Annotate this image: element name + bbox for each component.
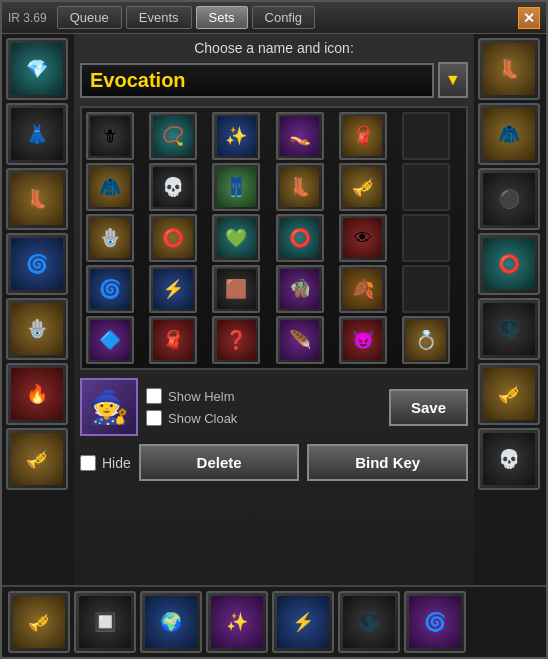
grid-icon-23[interactable]	[402, 265, 450, 313]
left-icon-4-inner: 🪬	[11, 303, 63, 355]
grid-icon-6[interactable]: 🧥	[86, 163, 134, 211]
grid-icon-3-inner: 👡	[280, 116, 320, 156]
grid-icon-13-inner: ⭕	[153, 218, 193, 258]
grid-icon-27-inner: 🪶	[280, 320, 320, 360]
bottom-icon-0-inner: 🎺	[13, 596, 65, 648]
grid-icon-14-inner: 💚	[217, 218, 257, 258]
grid-icon-19[interactable]: ⚡	[149, 265, 197, 313]
left-icon-4[interactable]: 🪬	[6, 298, 68, 360]
grid-icon-8[interactable]: 👖	[212, 163, 260, 211]
bottom-icon-5[interactable]: 🌑	[338, 591, 400, 653]
left-icon-2[interactable]: 👢	[6, 168, 68, 230]
grid-icon-18-inner: 🌀	[90, 269, 130, 309]
dropdown-button[interactable]: ▼	[438, 62, 468, 98]
grid-icon-5[interactable]	[402, 112, 450, 160]
grid-icon-3[interactable]: 👡	[276, 112, 324, 160]
tab-queue[interactable]: Queue	[57, 6, 122, 29]
show-cloak-checkbox[interactable]	[146, 410, 162, 426]
show-cloak-row[interactable]: Show Cloak	[146, 410, 237, 426]
right-icon-4-inner: 🌑	[483, 303, 535, 355]
right-icon-2-inner: ⚫	[483, 173, 535, 225]
close-button[interactable]: ✕	[518, 7, 540, 29]
grid-icon-0[interactable]: 🗡	[86, 112, 134, 160]
grid-icon-21[interactable]: 🧌	[276, 265, 324, 313]
grid-icon-4[interactable]: 🧣	[339, 112, 387, 160]
delete-button[interactable]: Delete	[139, 444, 300, 481]
tab-config[interactable]: Config	[252, 6, 316, 29]
selected-icon[interactable]: 🧙	[80, 378, 138, 436]
grid-icon-10[interactable]: 🎺	[339, 163, 387, 211]
right-icon-0-inner: 👢	[483, 43, 535, 95]
grid-icon-25[interactable]: 🧣	[149, 316, 197, 364]
grid-icon-22[interactable]: 🍂	[339, 265, 387, 313]
grid-icon-17[interactable]	[402, 214, 450, 262]
grid-icon-2-inner: ✨	[217, 116, 257, 156]
grid-icon-7[interactable]: 💀	[149, 163, 197, 211]
tab-sets[interactable]: Sets	[196, 6, 248, 29]
grid-icon-20[interactable]: 🟫	[212, 265, 260, 313]
left-side-col: 💎 👗 👢 🌀 🪬 🔥 🎺	[2, 34, 74, 585]
left-icon-2-inner: 👢	[11, 173, 63, 225]
left-icon-1[interactable]: 👗	[6, 103, 68, 165]
grid-icon-18[interactable]: 🌀	[86, 265, 134, 313]
grid-icon-1[interactable]: 📿	[149, 112, 197, 160]
main-window: IR 3.69 Queue Events Sets Config ✕ 💎 👗 👢…	[0, 0, 548, 659]
grid-icon-1-inner: 📿	[153, 116, 193, 156]
right-icon-6[interactable]: 💀	[478, 428, 540, 490]
grid-icon-12[interactable]: 🪬	[86, 214, 134, 262]
left-icon-6-inner: 🎺	[11, 433, 63, 485]
save-button[interactable]: Save	[389, 389, 468, 426]
grid-icon-13[interactable]: ⭕	[149, 214, 197, 262]
top-bar: IR 3.69 Queue Events Sets Config ✕	[2, 2, 546, 34]
grid-icon-28[interactable]: 😈	[339, 316, 387, 364]
bottom-icon-1[interactable]: 🔲	[74, 591, 136, 653]
hide-row[interactable]: Hide	[80, 455, 131, 471]
grid-icon-14[interactable]: 💚	[212, 214, 260, 262]
bottom-section: 🧙 Show Helm Show Cloak Save	[80, 378, 468, 436]
grid-icon-27[interactable]: 🪶	[276, 316, 324, 364]
content-area: 💎 👗 👢 🌀 🪬 🔥 🎺 Choose a name and	[2, 34, 546, 585]
left-icon-3[interactable]: 🌀	[6, 233, 68, 295]
show-helm-checkbox[interactable]	[146, 388, 162, 404]
right-icon-2[interactable]: ⚫	[478, 168, 540, 230]
grid-icon-10-inner: 🎺	[343, 167, 383, 207]
grid-icon-28-inner: 😈	[343, 320, 383, 360]
left-icon-5[interactable]: 🔥	[6, 363, 68, 425]
left-icon-6[interactable]: 🎺	[6, 428, 68, 490]
grid-icon-9[interactable]: 👢	[276, 163, 324, 211]
bottom-icon-1-inner: 🔲	[79, 596, 131, 648]
grid-icon-16[interactable]: 👁	[339, 214, 387, 262]
hide-checkbox[interactable]	[80, 455, 96, 471]
action-row: Hide Delete Bind Key	[80, 444, 468, 481]
grid-icon-29-inner: 💍	[406, 320, 446, 360]
tab-events[interactable]: Events	[126, 6, 192, 29]
icon-grid: 🗡📿✨👡🧣🧥💀👖👢🎺🪬⭕💚⭕👁🌀⚡🟫🧌🍂🔷🧣❓🪶😈💍	[86, 112, 462, 364]
grid-icon-29[interactable]: 💍	[402, 316, 450, 364]
grid-icon-15-inner: ⭕	[280, 218, 320, 258]
right-icon-4[interactable]: 🌑	[478, 298, 540, 360]
left-icon-0[interactable]: 💎	[6, 38, 68, 100]
bind-key-button[interactable]: Bind Key	[307, 444, 468, 481]
show-helm-row[interactable]: Show Helm	[146, 388, 237, 404]
grid-icon-11[interactable]	[402, 163, 450, 211]
grid-icon-24[interactable]: 🔷	[86, 316, 134, 364]
right-icon-0[interactable]: 👢	[478, 38, 540, 100]
grid-icon-24-inner: 🔷	[90, 320, 130, 360]
bottom-icon-6[interactable]: 🌀	[404, 591, 466, 653]
right-icon-6-inner: 💀	[483, 433, 535, 485]
grid-icon-15[interactable]: ⭕	[276, 214, 324, 262]
bottom-icon-0[interactable]: 🎺	[8, 591, 70, 653]
grid-icon-25-inner: 🧣	[153, 320, 193, 360]
left-icon-5-inner: 🔥	[11, 368, 63, 420]
right-icon-3[interactable]: ⭕	[478, 233, 540, 295]
right-icon-1[interactable]: 🧥	[478, 103, 540, 165]
bottom-icon-3[interactable]: ✨	[206, 591, 268, 653]
grid-icon-26[interactable]: ❓	[212, 316, 260, 364]
grid-icon-0-inner: 🗡	[90, 116, 130, 156]
right-icon-5[interactable]: 🎺	[478, 363, 540, 425]
bottom-icon-2[interactable]: 🌍	[140, 591, 202, 653]
name-input[interactable]	[80, 63, 434, 98]
bottom-icon-4[interactable]: ⚡	[272, 591, 334, 653]
grid-icon-2[interactable]: ✨	[212, 112, 260, 160]
show-cloak-label: Show Cloak	[168, 411, 237, 426]
